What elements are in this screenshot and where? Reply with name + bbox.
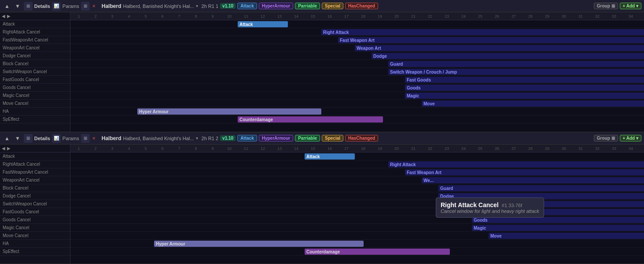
ruler-nav-1: ◀ ▶ bbox=[0, 12, 70, 20]
block-bar-2[interactable]: Guard bbox=[438, 185, 644, 191]
add-badge-2[interactable]: + Add ▾ bbox=[620, 135, 641, 141]
scroll-right-btn-2[interactable]: ▶ bbox=[7, 146, 11, 151]
ruler-tick-15: 15 bbox=[305, 14, 321, 19]
weapon-art-bar-1[interactable]: Weapon Art bbox=[355, 45, 644, 51]
version-badge-2: v1.10 bbox=[220, 135, 236, 141]
hyper-bar-1[interactable]: Hyper Armour bbox=[137, 108, 321, 115]
params-tab-icon-2[interactable]: 📊 bbox=[52, 134, 61, 143]
row-label-block-1: Block Cancel bbox=[0, 60, 70, 68]
dodge-bar-1[interactable]: Dodge bbox=[372, 53, 644, 59]
row-label-magic-1: Magic Cancel bbox=[0, 92, 70, 100]
nav-up-btn-1[interactable]: ▲ bbox=[3, 2, 11, 10]
nav-down-btn-2[interactable]: ▼ bbox=[13, 134, 22, 142]
ruler-tick-34: 34 bbox=[622, 146, 639, 151]
guard-bar-1[interactable]: Guard bbox=[388, 61, 644, 67]
row-label-speffect-1: SpEffect bbox=[0, 115, 70, 123]
ruler-tick-25: 25 bbox=[472, 14, 489, 19]
grid-tab-icon-2[interactable]: ⊞ bbox=[81, 134, 90, 143]
ruler-tick-13: 13 bbox=[271, 146, 288, 151]
add-badge-1[interactable]: + Add ▾ bbox=[620, 3, 641, 9]
move-bar-1[interactable]: Move bbox=[422, 100, 644, 107]
grid-tab-icon-1[interactable]: ⊞ bbox=[81, 2, 90, 11]
row-label-rightattack-2: RightAttack Cancel bbox=[0, 160, 70, 168]
params-tab-icon-1[interactable]: 📊 bbox=[52, 2, 61, 11]
special-badge-2[interactable]: Special bbox=[322, 135, 343, 141]
attack-bar-2[interactable]: Attack bbox=[305, 153, 355, 160]
scroll-left-btn-2[interactable]: ◀ bbox=[2, 146, 5, 151]
counterdamage-bar-1[interactable]: Counterdamage bbox=[238, 116, 383, 123]
params-tab-label-1[interactable]: Params bbox=[63, 4, 79, 9]
timeline-row-move-2: Move bbox=[70, 232, 644, 240]
ruler-tick-23: 23 bbox=[438, 14, 455, 19]
ruler-tick-2: 2 bbox=[87, 146, 104, 151]
details-tab-icon-2[interactable]: ⊞ bbox=[24, 134, 33, 143]
counterdamage-bar-2[interactable]: Counterdamage bbox=[305, 249, 450, 255]
nav-up-btn-2[interactable]: ▲ bbox=[3, 134, 11, 142]
right-attack-bar-2[interactable]: Right Attack bbox=[388, 161, 644, 167]
fast-goods-bar-1[interactable]: Fast Goods bbox=[405, 77, 644, 83]
weapon-dropdown-2[interactable]: ▾ bbox=[196, 136, 198, 141]
ruler-tick-1: 1 bbox=[70, 14, 87, 19]
ruler-tick-30: 30 bbox=[556, 14, 572, 19]
goods-bar-2[interactable]: Goods bbox=[472, 217, 644, 223]
parry-badge-1[interactable]: Parriable bbox=[295, 3, 320, 9]
ruler-1: 1234567891011121314151617181920212223242… bbox=[70, 12, 644, 20]
group-badge-2[interactable]: Group ⊞ bbox=[594, 135, 618, 141]
timeline-scroll-1[interactable]: 1234567891011121314151617181920212223242… bbox=[70, 12, 644, 132]
row-label-fastweapon-1: FastWeaponArt Cancel bbox=[0, 36, 70, 44]
attack-bar-1[interactable]: Attack bbox=[238, 21, 288, 27]
details-tab-label-2[interactable]: Details bbox=[34, 136, 50, 141]
weapon-dropdown-1[interactable]: ▾ bbox=[196, 4, 198, 8]
hyper-badge-2[interactable]: HyperArmour bbox=[259, 135, 293, 141]
goods-bar-1[interactable]: Goods bbox=[405, 85, 644, 91]
details-tab-label-1[interactable]: Details bbox=[34, 4, 50, 9]
ruler-tick-9: 9 bbox=[204, 14, 221, 19]
move-bar-2[interactable]: Move bbox=[489, 233, 644, 239]
close-btn-1[interactable]: × bbox=[92, 3, 96, 9]
switch-bar-1[interactable]: Switch Weapon / Crouch / Jump bbox=[388, 69, 644, 75]
timeline-row-fastgoods-2: Fast Goods bbox=[70, 208, 644, 216]
ruler-tick-11: 11 bbox=[238, 14, 254, 19]
ruler-tick-21: 21 bbox=[405, 146, 422, 151]
timeline-row-ha-1: Hyper Armour bbox=[70, 108, 644, 115]
timeline-rows-2: Attack Right Attack Fast Weapon Art We..… bbox=[70, 152, 644, 256]
info-badge-2: 2h R1 2 bbox=[202, 136, 219, 141]
timeline-area-1: ◀ ▶ Attack RightAttack Cancel FastWeapon… bbox=[0, 12, 644, 132]
ruler-tick-32: 32 bbox=[589, 146, 606, 151]
timeline-scroll-2[interactable]: 1234567891011121314151617181920212223242… bbox=[70, 145, 644, 264]
weapon-full-1: Halberd, Banished Knight's Hal... bbox=[123, 4, 194, 9]
parry-badge-2[interactable]: Parriable bbox=[295, 135, 320, 141]
weapon-art-bar-2[interactable]: We... bbox=[422, 177, 644, 183]
details-tab-icon-1[interactable]: ⊞ bbox=[24, 2, 33, 11]
ruler-tick-22: 22 bbox=[422, 14, 438, 19]
hyper-bar-2[interactable]: Hyper Armour bbox=[154, 241, 364, 247]
row-label-move-2: Move Cancel bbox=[0, 232, 70, 240]
scroll-right-btn-1[interactable]: ▶ bbox=[7, 14, 11, 19]
right-attack-bar-1[interactable]: Right Attack bbox=[321, 29, 644, 35]
magic-bar-1[interactable]: Magic bbox=[405, 93, 644, 99]
special-badge-1[interactable]: Special bbox=[322, 3, 343, 9]
ruler-tick-6: 6 bbox=[154, 14, 171, 19]
params-tab-label-2[interactable]: Params bbox=[63, 136, 79, 141]
ruler-tick-18: 18 bbox=[355, 146, 372, 151]
attack-badge-1[interactable]: Attack bbox=[237, 3, 257, 9]
haschanged-badge-1[interactable]: HasChanged bbox=[345, 3, 378, 9]
haschanged-badge-2[interactable]: HasChanged bbox=[345, 135, 378, 141]
scroll-left-btn-1[interactable]: ◀ bbox=[2, 14, 5, 19]
timeline-row-fastweapon-1: Fast Weapon Art bbox=[70, 36, 644, 44]
row-label-dodge-1: Dodge Cancel bbox=[0, 52, 70, 60]
ruler-tick-7: 7 bbox=[171, 14, 188, 19]
attack-badge-2[interactable]: Attack bbox=[237, 135, 257, 141]
close-btn-2[interactable]: × bbox=[92, 135, 96, 141]
magic-bar-2[interactable]: Magic bbox=[472, 225, 644, 231]
nav-down-btn-1[interactable]: ▼ bbox=[13, 2, 22, 10]
fast-weapon-bar-2[interactable]: Fast Weapon Art bbox=[405, 169, 644, 175]
hyper-badge-1[interactable]: HyperArmour bbox=[259, 3, 293, 9]
ruler-tick-3: 3 bbox=[104, 14, 121, 19]
fast-weapon-bar-1[interactable]: Fast Weapon Art bbox=[338, 37, 644, 43]
ruler-tick-8: 8 bbox=[188, 146, 204, 151]
ruler-tick-19: 19 bbox=[372, 146, 388, 151]
timeline-row-magic-1: Magic bbox=[70, 92, 644, 100]
row-label-attack-1: Attack bbox=[0, 20, 70, 28]
group-badge-1[interactable]: Group ⊞ bbox=[594, 3, 618, 9]
